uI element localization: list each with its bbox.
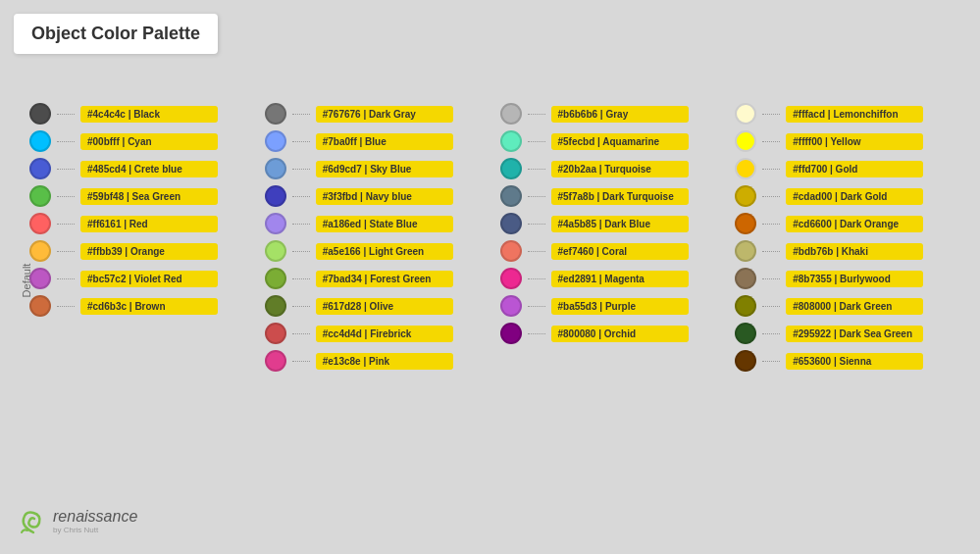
color-column-1: #4c4c4c | Black#00bfff | Cyan#485cd4 | C… (29, 103, 265, 372)
color-label: #7bad34 | Forest Green (316, 271, 453, 287)
logo-icon (18, 505, 49, 536)
dotted-connector (528, 169, 545, 170)
color-label: #767676 | Dark Gray (316, 106, 453, 123)
dotted-connector (762, 306, 780, 307)
dotted-connector (762, 141, 780, 142)
color-row: #b6b6b6 | Gray (500, 103, 736, 125)
color-label: #ed2891 | Magenta (551, 271, 689, 287)
color-row: #a5e166 | Light Green (265, 240, 500, 262)
dotted-connector (762, 224, 780, 225)
dotted-connector (762, 361, 780, 362)
color-circle (500, 213, 522, 234)
color-row: #3f3fbd | Navy blue (265, 185, 500, 207)
color-circle (735, 158, 756, 179)
color-row: #bc57c2 | Violet Red (29, 268, 265, 289)
color-row: #4c4c4c | Black (29, 103, 265, 125)
color-label: #5f7a8b | Dark Turquoise (551, 188, 689, 205)
color-circle (29, 213, 51, 234)
color-row: #617d28 | Olive (265, 295, 500, 317)
dotted-connector (762, 251, 780, 252)
color-row: #295922 | Dark Sea Green (735, 323, 970, 344)
color-row: #cc4d4d | Firebrick (265, 323, 500, 344)
dotted-connector (57, 306, 75, 307)
color-label: #e13c8e | Pink (316, 353, 453, 370)
color-row: #6d9cd7 | Sky Blue (265, 158, 500, 179)
dotted-connector (292, 114, 310, 115)
color-row: #ba55d3 | Purple (500, 295, 736, 317)
logo-text: renaissance (53, 508, 137, 526)
color-circle (735, 185, 756, 207)
dotted-connector (292, 196, 310, 197)
color-circle (735, 130, 756, 152)
color-label: #800080 | Orchid (551, 326, 689, 342)
dotted-connector (762, 114, 780, 115)
color-label: #ba55d3 | Purple (551, 298, 689, 315)
color-label: #617d28 | Olive (316, 298, 453, 315)
dotted-connector (762, 278, 780, 279)
dotted-connector (528, 196, 545, 197)
dotted-connector (57, 251, 75, 252)
color-label: #808000 | Dark Green (786, 298, 923, 315)
color-row: #cdad00 | Dark Gold (735, 185, 970, 207)
color-label: #cd6600 | Dark Orange (786, 216, 923, 232)
color-label: #ffff00 | Yellow (786, 133, 923, 150)
dotted-connector (57, 114, 75, 115)
dotted-connector (57, 224, 75, 225)
color-circle (29, 268, 51, 289)
color-circle (29, 158, 51, 179)
color-circle (735, 103, 756, 125)
color-circle (265, 213, 286, 234)
color-column-4: #fffacd | Lemonchiffon#ffff00 | Yellow#f… (735, 103, 970, 372)
color-circle (265, 185, 286, 207)
color-label: #a186ed | State Blue (316, 216, 453, 232)
color-label: #ffbb39 | Orange (80, 243, 218, 260)
color-label: #6d9cd7 | Sky Blue (316, 161, 453, 177)
color-label: #653600 | Sienna (786, 353, 923, 370)
color-label: #bc57c2 | Violet Red (80, 271, 218, 287)
dotted-connector (528, 306, 545, 307)
dotted-connector (292, 333, 310, 334)
dotted-connector (292, 141, 310, 142)
color-label: #5fecbd | Aquamarine (551, 133, 689, 150)
dotted-connector (528, 251, 545, 252)
main-content: #4c4c4c | Black#00bfff | Cyan#485cd4 | C… (29, 103, 970, 372)
color-row: #8b7355 | Burlywood (735, 268, 970, 289)
color-row: #a186ed | State Blue (265, 213, 500, 234)
dotted-connector (762, 333, 780, 334)
dotted-connector (292, 361, 310, 362)
color-circle (265, 103, 286, 125)
color-label: #cdad00 | Dark Gold (786, 188, 923, 205)
color-row: #767676 | Dark Gray (265, 103, 500, 125)
dotted-connector (292, 251, 310, 252)
color-circle (265, 268, 286, 289)
color-circle (265, 350, 286, 372)
color-circle (500, 185, 522, 207)
color-row: #653600 | Sienna (735, 350, 970, 372)
color-circle (500, 130, 522, 152)
color-circle (500, 103, 522, 125)
color-label: #20b2aa | Turquoise (551, 161, 689, 177)
color-label: #4a5b85 | Dark Blue (551, 216, 689, 232)
page-title: Object Color Palette (31, 24, 200, 44)
color-row: #7bad34 | Forest Green (265, 268, 500, 289)
color-label: #cd6b3c | Brown (80, 298, 218, 315)
color-label: #b6b6b6 | Gray (551, 106, 689, 123)
color-circle (265, 240, 286, 262)
color-circle (29, 103, 51, 125)
color-label: #3f3fbd | Navy blue (316, 188, 453, 205)
color-row: #7ba0ff | Blue (265, 130, 500, 152)
title-box: Object Color Palette (14, 14, 218, 54)
color-circle (735, 350, 756, 372)
color-row: #ff6161 | Red (29, 213, 265, 234)
dotted-connector (57, 169, 75, 170)
color-label: #59bf48 | Sea Green (80, 188, 218, 205)
color-column-3: #b6b6b6 | Gray#5fecbd | Aquamarine#20b2a… (500, 103, 736, 372)
dotted-connector (762, 196, 780, 197)
color-row: #808000 | Dark Green (735, 295, 970, 317)
color-label: #7ba0ff | Blue (316, 133, 453, 150)
color-row: #cd6600 | Dark Orange (735, 213, 970, 234)
color-row: #5fecbd | Aquamarine (500, 130, 736, 152)
color-circle (29, 295, 51, 317)
color-label: #bdb76b | Khaki (786, 243, 923, 260)
color-label: #ffd700 | Gold (786, 161, 923, 177)
